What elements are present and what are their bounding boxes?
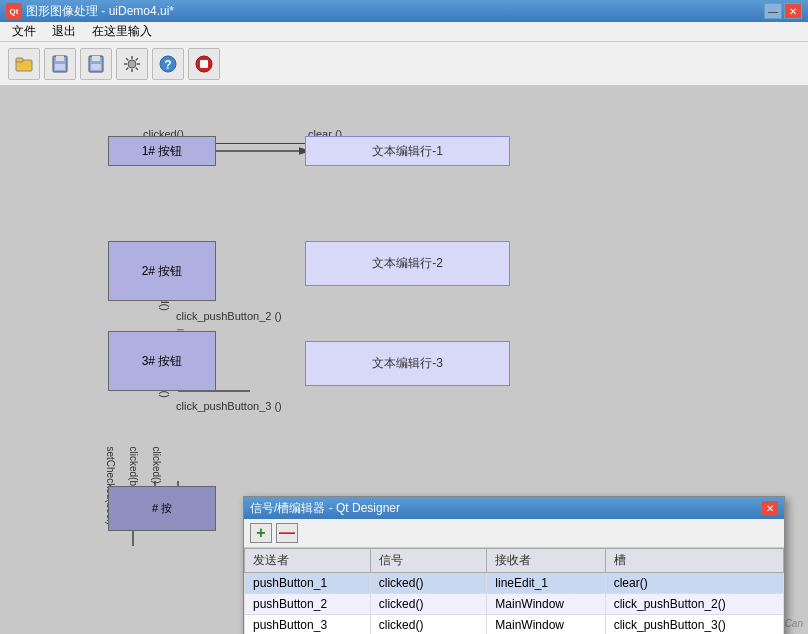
signal-slot-dialog: 信号/槽编辑器 - Qt Designer ✕ + — 发送者 信号 接收者 槽… [243, 496, 785, 634]
window-title: 图形图像处理 - uiDemo4.ui* [26, 3, 174, 20]
menu-bar: 文件 退出 在这里输入 [0, 22, 808, 42]
add-connection-button[interactable]: + [250, 523, 272, 543]
canvas-area: clicked() clear () 1# 按钮 文本编辑行-1 clicked… [0, 86, 808, 634]
menu-file[interactable]: 文件 [4, 21, 44, 42]
stop-button[interactable] [188, 48, 220, 80]
cell-sender-1: pushButton_2 [245, 594, 371, 615]
lineedit-3[interactable]: 文本编辑行-3 [305, 341, 510, 386]
dialog-close-button[interactable]: ✕ [762, 501, 778, 515]
title-bar-left: Qt 图形图像处理 - uiDemo4.ui* [6, 3, 174, 20]
connections-table: 发送者 信号 接收者 槽 pushButton_1clicked()lineEd… [244, 548, 784, 634]
pushbutton-1[interactable]: 1# 按钮 [108, 136, 216, 166]
svg-rect-6 [92, 56, 100, 61]
cell-sender-2: pushButton_3 [245, 615, 371, 635]
cell-sender-0: pushButton_1 [245, 573, 371, 594]
pushbutton-2[interactable]: 2# 按钮 [108, 241, 216, 301]
cell-signal-2: clicked() [370, 615, 487, 635]
svg-rect-1 [16, 58, 23, 62]
table-row[interactable]: pushButton_1clicked()lineEdit_1clear() [245, 573, 784, 594]
table-row[interactable]: pushButton_3clicked()MainWindowclick_pus… [245, 615, 784, 635]
toolbar: ? [0, 42, 808, 86]
title-bar-controls: — ✕ [764, 3, 802, 19]
signal-click-pb3: click_pushButton_3 () [176, 400, 282, 412]
signal-click-pb2: click_pushButton_2 () [176, 310, 282, 322]
app-icon: Qt [6, 3, 22, 19]
save-button[interactable] [80, 48, 112, 80]
cell-receiver-1: MainWindow [487, 594, 605, 615]
dialog-toolbar: + — [244, 519, 784, 548]
col-receiver[interactable]: 接收者 [487, 549, 605, 573]
cell-receiver-0: lineEdit_1 [487, 573, 605, 594]
settings-button[interactable] [116, 48, 148, 80]
svg-point-8 [128, 60, 136, 68]
col-sender[interactable]: 发送者 [245, 549, 371, 573]
col-signal[interactable]: 信号 [370, 549, 487, 573]
cell-signal-1: clicked() [370, 594, 487, 615]
lineedit-2[interactable]: 文本编辑行-2 [305, 241, 510, 286]
connections-table-container[interactable]: 发送者 信号 接收者 槽 pushButton_1clicked()lineEd… [244, 548, 784, 634]
svg-rect-7 [91, 64, 101, 70]
save-button-2[interactable] [44, 48, 76, 80]
pushbutton-4[interactable]: # 按 [108, 486, 216, 531]
open-button[interactable] [8, 48, 40, 80]
remove-connection-button[interactable]: — [276, 523, 298, 543]
pushbutton-3[interactable]: 3# 按钮 [108, 331, 216, 391]
col-slot[interactable]: 槽 [605, 549, 783, 573]
menu-quit[interactable]: 退出 [44, 21, 84, 42]
lineedit-1[interactable]: 文本编辑行-1 [305, 136, 510, 166]
dialog-title-bar: 信号/槽编辑器 - Qt Designer ✕ [244, 497, 784, 519]
menu-input[interactable]: 在这里输入 [84, 21, 160, 42]
help-button[interactable]: ? [152, 48, 184, 80]
signal-clicked-4: clicked() [151, 447, 162, 484]
table-row[interactable]: pushButton_2clicked()MainWindowclick_pus… [245, 594, 784, 615]
cell-slot-0: clear() [605, 573, 783, 594]
svg-rect-12 [200, 60, 208, 68]
cell-slot-1: click_pushButton_2() [605, 594, 783, 615]
minimize-button[interactable]: — [764, 3, 782, 19]
cell-signal-0: clicked() [370, 573, 487, 594]
close-button[interactable]: ✕ [784, 3, 802, 19]
svg-text:?: ? [164, 58, 171, 72]
title-bar: Qt 图形图像处理 - uiDemo4.ui* — ✕ [0, 0, 808, 22]
dialog-title-text: 信号/槽编辑器 - Qt Designer [250, 500, 762, 517]
svg-rect-3 [56, 56, 64, 61]
cell-receiver-2: MainWindow [487, 615, 605, 635]
cell-slot-2: click_pushButton_3() [605, 615, 783, 635]
svg-rect-4 [55, 64, 65, 70]
